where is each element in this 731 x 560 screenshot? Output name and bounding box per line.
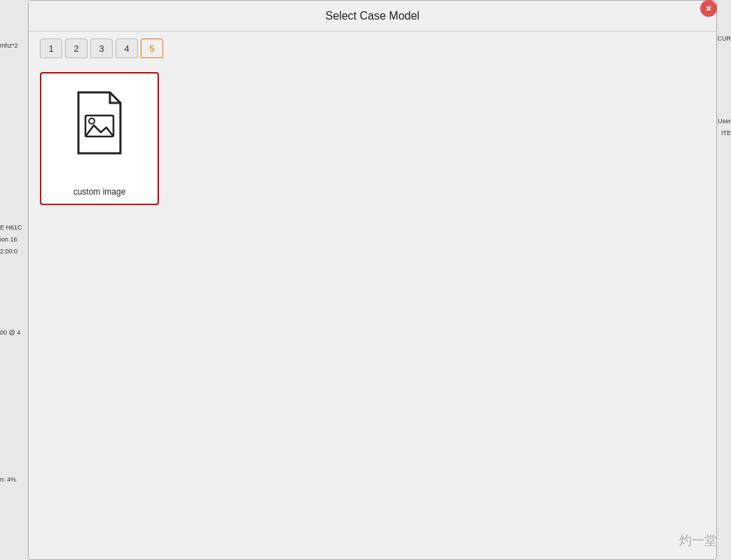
select-case-model-dialog: Select Case Model × 1 2 3 4 5 — [28, 0, 717, 560]
bg-text-mhz: mhz*2 — [0, 42, 18, 49]
watermark: 灼一堂 — [679, 532, 717, 549]
tab-2[interactable]: 2 — [65, 38, 88, 58]
tab-1[interactable]: 1 — [40, 38, 62, 58]
dialog-title-bar: Select Case Model × — [29, 1, 716, 31]
tab-5[interactable]: 5 — [141, 38, 163, 58]
custom-image-card[interactable]: custom image — [40, 72, 159, 205]
bg-text-ion: ion 16 — [0, 236, 18, 243]
content-area: custom image — [29, 58, 716, 559]
bg-text-percent: n: 4% — [0, 476, 16, 483]
image-file-icon — [64, 82, 134, 166]
bg-text-ite: ITE — [721, 130, 731, 136]
tab-bar: 1 2 3 4 5 — [29, 31, 716, 58]
tab-4[interactable]: 4 — [116, 38, 138, 58]
bg-text-user: User — [718, 118, 731, 125]
dialog-title: Select Case Model — [326, 10, 419, 22]
custom-image-label: custom image — [74, 187, 126, 197]
bg-text-h61c: E H61C — [0, 224, 22, 231]
bg-text-mhz2: 00 @ 4 — [0, 329, 20, 336]
tab-3[interactable]: 3 — [90, 38, 113, 58]
bg-text-cur: CUR — [718, 35, 732, 42]
bg-text-time: 2:00:0 — [0, 248, 18, 255]
close-button[interactable]: × — [700, 0, 717, 17]
